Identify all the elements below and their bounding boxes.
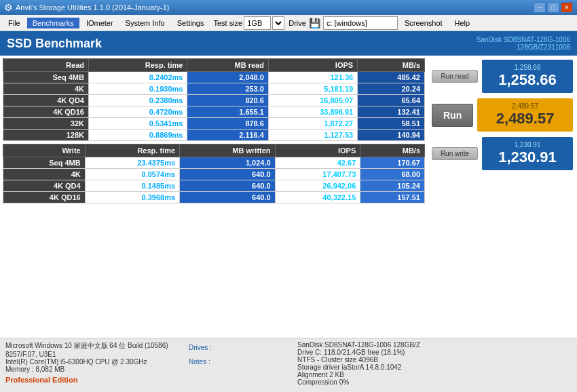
- menu-help[interactable]: Help: [449, 18, 476, 28]
- device-line2: 128GB/Z2311006: [477, 43, 570, 51]
- read-iops: 16,805.07: [268, 95, 357, 106]
- read-score-big: 1,258.66: [489, 71, 566, 89]
- read-mbs: 20.24: [358, 83, 425, 95]
- read-table-row: 4K QD160.4720ms1,655.133,896.91132.41: [3, 106, 425, 118]
- read-row-label: 4K: [3, 83, 89, 95]
- read-mbs: 485.42: [358, 72, 425, 83]
- header-title: SSD Benchmark: [7, 37, 102, 51]
- notes-label: Notes :: [189, 358, 291, 366]
- read-iops: 1,872.27: [268, 118, 357, 130]
- read-resp-time: 0.8869ms: [88, 130, 187, 141]
- title-bar: ⚙ Anvil's Storage Utilities 1.1.0 (2014-…: [0, 0, 577, 15]
- title-bar-title: Anvil's Storage Utilities 1.1.0 (2014-Ja…: [16, 3, 534, 12]
- run-total-row: Run 2,489.57 2,489.57: [432, 98, 573, 132]
- read-score-box: 1,258.66 1,258.66: [482, 60, 573, 93]
- status-left: Microsoft Windows 10 家庭中文版 64 位 Build (1…: [5, 341, 182, 389]
- write-mbs: 68.00: [360, 169, 425, 180]
- read-row-label: Seq 4MB: [3, 72, 89, 83]
- close-button[interactable]: ✕: [561, 2, 573, 13]
- write-mb: 640.0: [180, 169, 276, 180]
- drives-label: Drives :: [189, 344, 291, 351]
- write-resp-time: 0.3968ms: [85, 192, 179, 203]
- menu-screenshot[interactable]: Screenshot: [399, 18, 448, 28]
- read-mb: 820.6: [187, 95, 269, 106]
- read-mb: 2,048.0: [187, 72, 269, 83]
- status-cpu: Intel(R) Core(TM) i5-6300HQ CPU @ 2.30GH…: [5, 358, 182, 366]
- read-row-label: 128K: [3, 130, 89, 141]
- drive-input[interactable]: [323, 16, 398, 30]
- read-resp-time: 0.5341ms: [88, 118, 187, 130]
- write-col-name: Write: [3, 144, 86, 157]
- total-score-box: 2,489.57 2,489.57: [477, 98, 573, 132]
- read-iops: 33,896.91: [268, 106, 357, 118]
- read-table: Read Resp. time MB read IOPS MB/s Seq 4M…: [3, 58, 425, 141]
- menu-benchmarks[interactable]: Benchmarks: [27, 18, 79, 28]
- testsize-label: Test size: [213, 19, 242, 27]
- write-resp-time: 23.4375ms: [85, 157, 179, 169]
- write-resp-time: 0.0574ms: [85, 169, 179, 180]
- header-device-info: SanDisk SD8SNAT-128G-1006 128GB/Z2311006: [477, 36, 570, 51]
- status-os: Microsoft Windows 10 家庭中文版 64 位 Build (1…: [5, 341, 182, 351]
- status-right-3: NTFS - Cluster size 4096B: [297, 356, 572, 364]
- read-table-row: 4K QD40.2380ms820.616,805.0765.64: [3, 95, 425, 106]
- drive-icon: 💾: [309, 18, 320, 28]
- run-button[interactable]: Run: [432, 104, 473, 127]
- testsize-select[interactable]: [272, 16, 284, 30]
- total-score-small: 2,489.57: [484, 102, 566, 110]
- write-mb: 1,024.0: [180, 157, 276, 169]
- read-iops: 1,127.53: [268, 130, 357, 141]
- status-right-1: SanDisk SD8SNAT-128G-1006 128GB/Z: [297, 341, 572, 349]
- status-memory: Memory : 8,082 MB: [5, 366, 182, 373]
- write-mb: 640.0: [180, 192, 276, 203]
- status-right-6: Compression 0%: [297, 378, 572, 386]
- write-mbs: 170.67: [360, 157, 425, 169]
- write-row-label: Seq 4MB: [3, 157, 86, 169]
- write-table-row: Seq 4MB23.4375ms1,024.042.67170.67: [3, 157, 425, 169]
- status-middle: Drives : Notes :: [189, 341, 291, 389]
- read-score-small: 1,258.66: [489, 64, 566, 71]
- write-col-mbs: MB/s: [360, 144, 425, 157]
- drive-label: Drive: [288, 19, 306, 27]
- minimize-button[interactable]: ─: [534, 2, 546, 13]
- read-mbs: 58.51: [358, 118, 425, 130]
- maximize-button[interactable]: □: [547, 2, 559, 13]
- menu-settings[interactable]: Settings: [172, 18, 210, 28]
- read-mb: 1,655.1: [187, 106, 269, 118]
- run-read-button[interactable]: Run read: [432, 70, 478, 83]
- testsize-input[interactable]: [244, 16, 271, 30]
- table-area: Read Resp. time MB read IOPS MB/s Seq 4M…: [0, 56, 428, 338]
- write-col-resp: Resp. time: [85, 144, 179, 157]
- write-iops: 17,407.73: [275, 169, 360, 180]
- read-mbs: 132.41: [358, 106, 425, 118]
- menu-bar: File Benchmarks IOmeter System Info Sett…: [0, 15, 577, 31]
- write-score-small: 1,230.91: [489, 141, 566, 149]
- read-mbs: 65.64: [358, 95, 425, 106]
- read-col-iops: IOPS: [268, 59, 357, 72]
- read-iops: 121.36: [268, 72, 357, 83]
- read-row-label: 4K QD4: [3, 95, 89, 106]
- read-resp-time: 0.4720ms: [88, 106, 187, 118]
- run-write-button[interactable]: Run write: [432, 147, 478, 160]
- menu-iometer[interactable]: IOmeter: [81, 18, 119, 28]
- read-row-label: 4K QD16: [3, 106, 89, 118]
- write-iops: 42.67: [275, 157, 360, 169]
- menu-sysinfo[interactable]: System Info: [120, 18, 170, 28]
- read-mb: 878.6: [187, 118, 269, 130]
- write-row-label: 4K QD4: [3, 180, 86, 192]
- write-col-mb: MB written: [180, 144, 276, 157]
- write-iops: 40,322.15: [275, 192, 360, 203]
- write-mb: 640.0: [180, 180, 276, 192]
- write-table-row: 4K0.0574ms640.017,407.7368.00: [3, 169, 425, 180]
- read-resp-time: 0.2380ms: [88, 95, 187, 106]
- read-col-mb: MB read: [187, 59, 269, 72]
- read-table-row: 4K0.1930ms253.05,181.1920.24: [3, 83, 425, 95]
- read-col-name: Read: [3, 59, 89, 72]
- read-resp-time: 0.1930ms: [88, 83, 187, 95]
- write-iops: 26,942.06: [275, 180, 360, 192]
- write-score-box: 1,230.91 1,230.91: [482, 137, 573, 170]
- run-write-row: Run write 1,230.91 1,230.91: [432, 137, 573, 170]
- menu-file[interactable]: File: [3, 18, 26, 28]
- read-table-row: Seq 4MB8.2402ms2,048.0121.36485.42: [3, 72, 425, 83]
- status-bar: Microsoft Windows 10 家庭中文版 64 位 Build (1…: [0, 338, 577, 392]
- write-table-row: 4K QD40.1485ms640.026,942.06105.24: [3, 180, 425, 192]
